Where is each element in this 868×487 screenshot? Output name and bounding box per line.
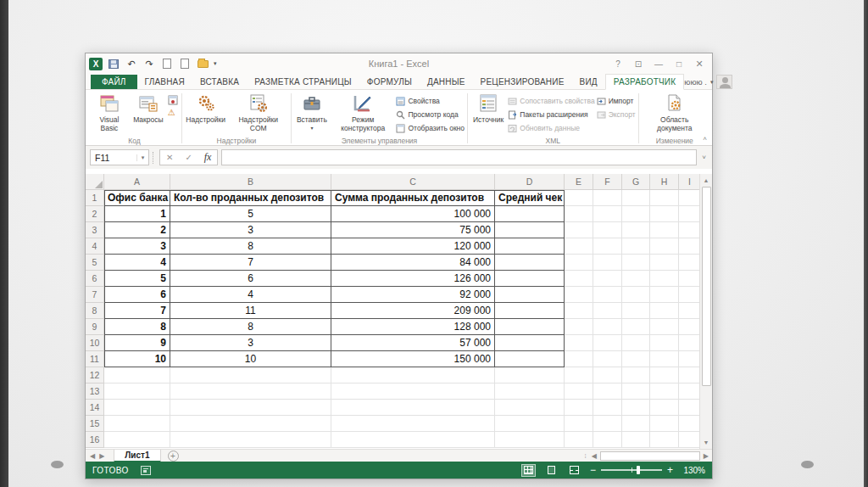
avatar[interactable] bbox=[716, 75, 732, 89]
cell-B16[interactable] bbox=[170, 432, 331, 448]
undo-icon[interactable]: ↶ bbox=[125, 58, 138, 70]
cell-E14[interactable] bbox=[565, 400, 593, 416]
row-header-6[interactable]: 6 bbox=[86, 271, 104, 287]
cell-H1[interactable] bbox=[650, 190, 679, 206]
column-header-H[interactable]: H bbox=[650, 174, 679, 190]
view-code-button[interactable]: Просмотр кода bbox=[396, 109, 465, 120]
cell-G1[interactable] bbox=[622, 190, 650, 206]
cell-B2[interactable]: 5 bbox=[170, 206, 331, 222]
cell-H5[interactable] bbox=[650, 255, 679, 271]
cell-F2[interactable] bbox=[593, 206, 622, 222]
row-header-4[interactable]: 4 bbox=[86, 238, 104, 255]
import-button[interactable]: Импорт bbox=[597, 95, 636, 107]
sheet-nav-right-icon[interactable]: ▶ bbox=[99, 452, 108, 460]
column-header-B[interactable]: B bbox=[170, 174, 331, 190]
qat-customize-icon[interactable]: ▾ bbox=[214, 60, 217, 67]
column-header-C[interactable]: C bbox=[331, 174, 495, 190]
cell-G2[interactable] bbox=[622, 206, 650, 222]
cell-D3[interactable] bbox=[495, 222, 565, 238]
row-header-10[interactable]: 10 bbox=[86, 335, 104, 351]
row-header-8[interactable]: 8 bbox=[86, 303, 104, 319]
cell-E11[interactable] bbox=[565, 351, 593, 367]
row-header-7[interactable]: 7 bbox=[86, 287, 104, 303]
row-header-13[interactable]: 13 bbox=[86, 383, 104, 400]
cell-G15[interactable] bbox=[622, 416, 650, 432]
cell-B6[interactable]: 6 bbox=[170, 271, 331, 287]
cell-H3[interactable] bbox=[650, 222, 679, 238]
cell-H12[interactable] bbox=[650, 367, 679, 383]
cell-D9[interactable] bbox=[495, 319, 565, 335]
cell-D6[interactable] bbox=[495, 271, 565, 287]
insert-controls-button[interactable]: Вставить ▾ bbox=[294, 92, 330, 136]
cell-B7[interactable]: 4 bbox=[170, 287, 331, 303]
export-button[interactable]: Экспорт bbox=[597, 109, 636, 120]
cell-C12[interactable] bbox=[331, 367, 495, 383]
cell-D14[interactable] bbox=[495, 400, 565, 416]
cell-A8[interactable]: 7 bbox=[104, 303, 170, 319]
save-icon[interactable] bbox=[107, 58, 120, 70]
zoom-slider-thumb[interactable] bbox=[637, 466, 640, 474]
row-header-1[interactable]: 1 bbox=[86, 190, 104, 206]
cell-A16[interactable] bbox=[104, 432, 170, 448]
tab-данные[interactable]: ДАННЫЕ bbox=[420, 75, 473, 89]
record-macro-icon[interactable] bbox=[168, 95, 179, 106]
new-document-icon[interactable] bbox=[160, 58, 174, 70]
cell-D5[interactable] bbox=[495, 255, 565, 271]
cell-F15[interactable] bbox=[593, 416, 622, 432]
cell-D15[interactable] bbox=[495, 416, 565, 432]
row-header-16[interactable]: 16 bbox=[86, 432, 104, 448]
cell-H2[interactable] bbox=[650, 206, 679, 222]
cell-I6[interactable] bbox=[679, 271, 701, 287]
cell-I16[interactable] bbox=[679, 432, 701, 448]
cell-H4[interactable] bbox=[650, 238, 679, 255]
cell-D12[interactable] bbox=[495, 367, 565, 383]
display-window-button[interactable]: Отобразить окно bbox=[396, 122, 465, 134]
row-header-15[interactable]: 15 bbox=[86, 416, 104, 432]
cell-E8[interactable] bbox=[565, 303, 593, 319]
cell-D4[interactable] bbox=[495, 238, 565, 255]
cell-C14[interactable] bbox=[331, 400, 495, 416]
cell-I15[interactable] bbox=[679, 416, 701, 432]
cell-F8[interactable] bbox=[593, 303, 622, 319]
cell-C8[interactable]: 209 000 bbox=[331, 303, 495, 319]
cell-F4[interactable] bbox=[593, 238, 622, 255]
cell-I8[interactable] bbox=[679, 303, 701, 319]
cell-G13[interactable] bbox=[622, 383, 650, 400]
cell-C2[interactable]: 100 000 bbox=[331, 206, 495, 222]
cell-F1[interactable] bbox=[593, 190, 622, 206]
enter-icon[interactable]: ✓ bbox=[179, 153, 198, 162]
design-mode-button[interactable]: Режим конструктора bbox=[331, 92, 395, 136]
cell-B8[interactable]: 11 bbox=[170, 303, 331, 319]
tab-главная[interactable]: ГЛАВНАЯ bbox=[137, 75, 192, 89]
cell-I12[interactable] bbox=[679, 367, 701, 383]
cell-A6[interactable]: 5 bbox=[104, 271, 170, 287]
cell-I4[interactable] bbox=[679, 238, 701, 255]
cell-A11[interactable]: 10 bbox=[104, 351, 170, 367]
account-area[interactable]: ююю . ▾ bbox=[684, 75, 736, 89]
cell-E10[interactable] bbox=[565, 335, 593, 351]
cell-F10[interactable] bbox=[593, 335, 622, 351]
cell-A3[interactable]: 2 bbox=[104, 222, 170, 238]
cell-C1[interactable]: Сумма проданных депозитов bbox=[331, 190, 495, 206]
cell-G3[interactable] bbox=[622, 222, 650, 238]
cell-B1[interactable]: Кол-во проданных депозитов bbox=[170, 190, 331, 206]
redo-icon[interactable]: ↷ bbox=[142, 58, 156, 70]
page-layout-view-icon[interactable] bbox=[544, 464, 559, 477]
cell-D13[interactable] bbox=[495, 383, 565, 400]
row-header-12[interactable]: 12 bbox=[86, 367, 104, 383]
cell-A12[interactable] bbox=[104, 367, 170, 383]
cell-G7[interactable] bbox=[622, 287, 650, 303]
cell-I13[interactable] bbox=[679, 383, 701, 400]
cell-I11[interactable] bbox=[679, 351, 701, 367]
vertical-scrollbar[interactable]: ▲ ▼ bbox=[699, 174, 712, 449]
com-addins-button[interactable]: Надстройки COM bbox=[228, 92, 287, 136]
cell-H14[interactable] bbox=[650, 400, 679, 416]
tab-файл[interactable]: ФАЙЛ bbox=[91, 75, 137, 89]
cell-C11[interactable]: 150 000 bbox=[331, 351, 495, 367]
collapse-ribbon-icon[interactable]: ˄ bbox=[703, 135, 707, 143]
cell-E6[interactable] bbox=[565, 271, 593, 287]
column-header-A[interactable]: A bbox=[104, 174, 170, 190]
row-header-9[interactable]: 9 bbox=[86, 319, 104, 335]
minimize-icon[interactable]: — bbox=[649, 57, 668, 71]
cell-D1[interactable]: Средний чек bbox=[495, 190, 565, 206]
